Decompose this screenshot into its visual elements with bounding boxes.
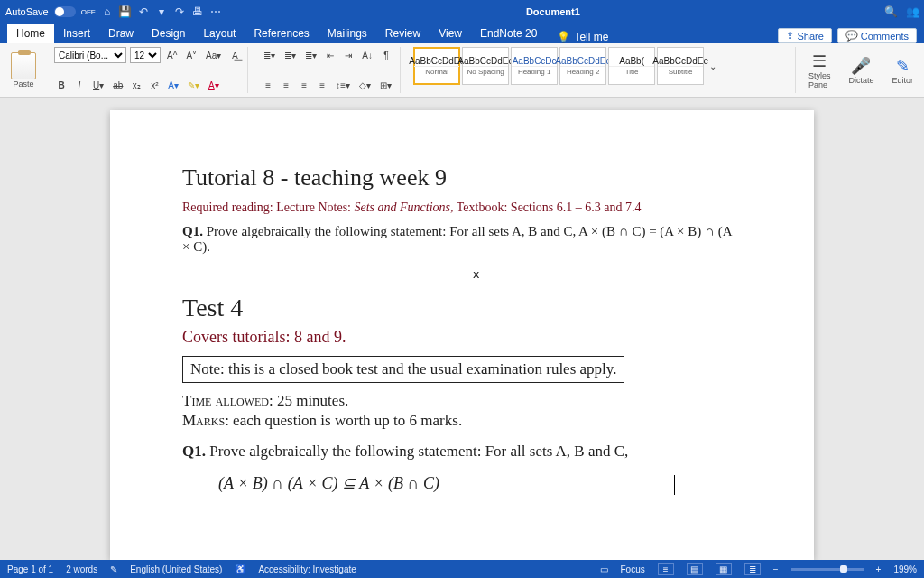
tab-insert[interactable]: Insert xyxy=(54,24,99,43)
style-heading-2[interactable]: AaBbCcDdEeHeading 2 xyxy=(559,47,606,85)
zoom-in-button[interactable]: + xyxy=(876,564,882,574)
style-title[interactable]: AaBb(Title xyxy=(608,47,655,85)
share-icon: ⇪ xyxy=(786,30,794,42)
tab-review[interactable]: Review xyxy=(376,24,430,43)
math-expression: (A × B) ∩ (A × C) ⊆ A × (B ∩ C) xyxy=(218,473,742,495)
search-icon[interactable]: 🔍 xyxy=(884,5,897,18)
grow-font-button[interactable]: A^ xyxy=(164,47,180,63)
share-button[interactable]: ⇪Share xyxy=(778,28,831,43)
spellcheck-icon[interactable]: ✎ xyxy=(110,564,117,574)
time-allowed: Time allowed: 25 minutes. xyxy=(182,392,742,410)
status-words[interactable]: 2 words xyxy=(66,564,97,574)
view-web-icon[interactable]: ▦ xyxy=(716,563,732,575)
editor-button[interactable]: ✎ Editor xyxy=(886,47,919,93)
comment-icon: 💬 xyxy=(845,30,858,42)
shading-button[interactable]: ◇▾ xyxy=(356,77,374,93)
tab-home[interactable]: Home xyxy=(7,24,54,43)
styles-more-button[interactable]: ⌄ xyxy=(706,61,720,71)
status-focus[interactable]: Focus xyxy=(621,564,645,574)
align-center-button[interactable]: ≡ xyxy=(279,77,293,93)
styles-group: AaBbCcDdEeNormalAaBbCcDdEeNo SpacingAaBb… xyxy=(408,47,796,93)
view-read-icon[interactable]: ≡ xyxy=(658,563,674,575)
marks-line: Marks: each question is worth up to 6 ma… xyxy=(182,412,742,430)
dictate-button[interactable]: 🎤 Dictate xyxy=(843,47,879,93)
sync-icon[interactable]: 👥 xyxy=(906,5,919,18)
status-language[interactable]: English (United States) xyxy=(130,564,222,574)
more-icon[interactable]: ⋯ xyxy=(209,5,222,18)
multilevel-button[interactable]: ≣▾ xyxy=(302,47,319,63)
autosave-state: OFF xyxy=(81,8,96,16)
view-outline-icon[interactable]: ≣ xyxy=(744,563,761,575)
align-right-button[interactable]: ≡ xyxy=(297,77,311,93)
numbering-button[interactable]: ≣▾ xyxy=(282,47,299,63)
show-marks-button[interactable]: ¶ xyxy=(379,47,393,63)
align-left-button[interactable]: ≡ xyxy=(261,77,275,93)
tab-references[interactable]: References xyxy=(245,24,318,43)
paste-group[interactable]: Paste xyxy=(5,47,42,93)
style-no-spacing[interactable]: AaBbCcDdEeNo Spacing xyxy=(462,47,509,85)
heading-tutorial: Tutorial 8 - teaching week 9 xyxy=(182,164,742,191)
style-heading-1[interactable]: AaBbCcDcHeading 1 xyxy=(511,47,558,85)
ribbon-tabs: Home Insert Draw Design Layout Reference… xyxy=(0,23,924,43)
paste-label: Paste xyxy=(13,79,33,89)
strike-button[interactable]: ab xyxy=(110,77,125,93)
redo-icon[interactable]: ↷ xyxy=(173,5,186,18)
boxed-note: Note: this is a closed book test and the… xyxy=(182,356,624,383)
print-icon[interactable]: 🖶 xyxy=(191,5,204,18)
comments-button[interactable]: 💬Comments xyxy=(837,28,917,43)
tab-view[interactable]: View xyxy=(430,24,471,43)
tab-draw[interactable]: Draw xyxy=(99,24,143,43)
status-bar: Page 1 of 1 2 words ✎ English (United St… xyxy=(0,560,924,578)
zoom-out-button[interactable]: − xyxy=(773,564,779,574)
zoom-value[interactable]: 199% xyxy=(893,564,917,574)
indent-increase-button[interactable]: ⇥ xyxy=(341,47,356,63)
superscript-button[interactable]: x² xyxy=(147,77,162,93)
style-subtitle[interactable]: AaBbCcDdEeSubtitle xyxy=(657,47,704,85)
styles-pane-button[interactable]: ☰ Styles Pane xyxy=(803,47,836,93)
required-reading: Required reading: Lecture Notes: Sets an… xyxy=(182,200,742,215)
zoom-slider[interactable] xyxy=(791,568,864,571)
bulb-icon: 💡 xyxy=(557,31,570,43)
view-print-icon[interactable]: ▤ xyxy=(687,563,703,575)
style-normal[interactable]: AaBbCcDdEeNormal xyxy=(413,47,460,85)
home-icon[interactable]: ⌂ xyxy=(101,5,114,18)
borders-button[interactable]: ⊞▾ xyxy=(377,77,394,93)
tab-mailings[interactable]: Mailings xyxy=(319,24,376,43)
chevron-down-icon[interactable]: ▾ xyxy=(155,5,168,18)
clear-format-button[interactable]: A͟ xyxy=(227,47,242,63)
document-area[interactable]: Tutorial 8 - teaching week 9 Required re… xyxy=(0,98,924,560)
tab-endnote[interactable]: EndNote 20 xyxy=(471,24,546,43)
tab-layout[interactable]: Layout xyxy=(194,24,245,43)
status-page[interactable]: Page 1 of 1 xyxy=(7,564,53,574)
tab-design[interactable]: Design xyxy=(143,24,194,43)
subscript-button[interactable]: x₂ xyxy=(129,77,143,93)
font-name-select[interactable]: Calibri (Bo... xyxy=(54,47,126,63)
autosave-toggle[interactable] xyxy=(54,6,76,17)
undo-icon[interactable]: ↶ xyxy=(137,5,150,18)
section-divider: -------------------x--------------- xyxy=(182,267,742,281)
font-size-select[interactable]: 12 xyxy=(130,47,161,63)
heading-test: Test 4 xyxy=(182,294,742,322)
highlight-button[interactable]: ✎▾ xyxy=(185,77,202,93)
page[interactable]: Tutorial 8 - teaching week 9 Required re… xyxy=(110,110,814,560)
change-case-button[interactable]: Aa▾ xyxy=(203,47,224,63)
text-effects-button[interactable]: A▾ xyxy=(165,77,181,93)
bullets-button[interactable]: ≣▾ xyxy=(261,47,278,63)
save-icon[interactable]: 💾 xyxy=(119,5,132,18)
mic-icon: 🎤 xyxy=(851,56,871,76)
justify-button[interactable]: ≡ xyxy=(315,77,329,93)
covers-line: Covers tutorials: 8 and 9. xyxy=(182,328,742,347)
shrink-font-button[interactable]: A˅ xyxy=(183,47,199,63)
focus-icon[interactable]: ▭ xyxy=(600,564,608,574)
font-color-button[interactable]: A▾ xyxy=(206,77,222,93)
sort-button[interactable]: A↓ xyxy=(359,47,375,63)
indent-decrease-button[interactable]: ⇤ xyxy=(323,47,337,63)
text-cursor xyxy=(674,475,675,495)
tell-me[interactable]: 💡Tell me xyxy=(557,31,608,43)
line-spacing-button[interactable]: ↕≡▾ xyxy=(333,77,353,93)
underline-button[interactable]: U▾ xyxy=(90,77,106,93)
bold-button[interactable]: B xyxy=(54,77,69,93)
styles-gallery[interactable]: AaBbCcDdEeNormalAaBbCcDdEeNo SpacingAaBb… xyxy=(413,47,790,85)
italic-button[interactable]: I xyxy=(72,77,87,93)
status-accessibility[interactable]: Accessibility: Investigate xyxy=(258,564,356,574)
